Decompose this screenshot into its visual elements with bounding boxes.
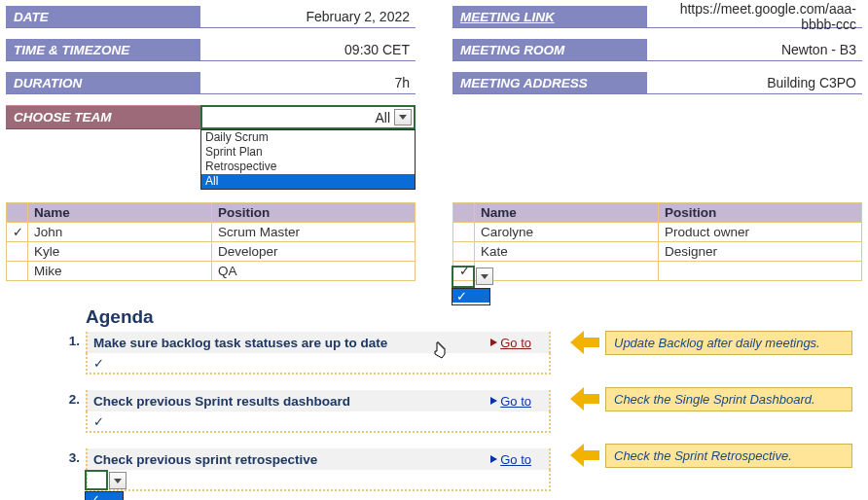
col-check [7,203,28,223]
row-name[interactable]: Kyle [28,242,212,262]
info-row-link: MEETING LINK https://meet.google.com/aaa… [452,6,862,28]
check-dropdown-list[interactable]: ✓ [452,288,490,305]
arrow-left-icon [570,331,584,354]
label-meeting-address: MEETING ADDRESS [452,72,647,93]
col-position: Position [659,203,862,223]
goto-link[interactable]: Go to [490,394,549,409]
table-header-row: Name Position [453,203,862,223]
agenda-item: 3. Check previous sprint retrospective G… [86,448,551,491]
label-time: TIME & TIMEZONE [6,39,200,60]
agenda-check[interactable]: ✓ [86,411,551,433]
info-row-date: DATE February 2, 2022 [6,6,416,28]
row-position[interactable]: QA [212,262,416,281]
col-position: Position [212,203,416,223]
value-meeting-address[interactable]: Building C3PO [647,72,862,93]
goto-label: Go to [500,394,531,409]
arrow-stem [584,338,599,347]
col-name: Name [28,203,212,223]
callout-text: Update Backlog after daily meetings. [605,331,852,355]
row-position[interactable] [659,262,862,281]
row-name[interactable]: Mike [28,262,212,281]
row-name[interactable]: Carolyne [475,223,659,242]
goto-label: Go to [500,452,531,467]
callout-text: Check the Single Sprint Dashboard. [605,387,852,411]
value-meeting-link[interactable]: https://meet.google.com/aaa-bbbb-ccc [647,6,862,27]
goto-link[interactable]: Go to [490,452,549,467]
choose-team-value: All [202,107,394,127]
check-dropdown-list[interactable]: ✓ [85,491,124,500]
table-row[interactable]: ✓ John Scrum Master [7,223,416,242]
choose-option[interactable]: Sprint Plan [201,145,415,160]
check-option-selected[interactable]: ✓ [452,289,489,303]
row-name[interactable]: John [28,223,212,242]
agenda-number: 2. [60,392,84,407]
row-name[interactable] [475,262,659,281]
value-duration[interactable]: 7h [200,72,416,93]
table-row[interactable]: ✓ [453,262,862,281]
chevron-down-icon[interactable] [109,472,127,489]
row-check-selected[interactable]: ✓ [453,262,475,281]
chevron-down-icon[interactable] [394,109,412,125]
row-position[interactable]: Scrum Master [212,223,416,242]
label-choose-team: CHOOSE TEAM [6,105,200,129]
goto-label: Go to [500,336,531,350]
callout-text: Check the Sprint Retrospective. [605,444,852,468]
callout: Check the Sprint Retrospective. [570,443,852,468]
agenda-text: Make sure backlog task statuses are up t… [88,336,490,350]
chevron-down-icon[interactable] [476,268,493,285]
arrow-left-icon [570,444,584,467]
table-row[interactable]: Carolyne Product owner [453,223,862,242]
row-check[interactable]: ✓ [7,223,28,242]
label-meeting-link: MEETING LINK [452,6,647,27]
row-position[interactable]: Developer [212,242,416,262]
agenda-check[interactable]: ✓ [86,353,551,375]
choose-option[interactable]: Daily Scrum [201,130,415,145]
attendee-tables: Name Position ✓ John Scrum Master Kyle D… [6,202,862,281]
row-check[interactable] [7,262,28,281]
arrow-stem [584,450,599,460]
left-attendee-table[interactable]: Name Position ✓ John Scrum Master Kyle D… [6,202,416,281]
choose-option[interactable]: Retrospective [201,160,415,174]
row-position[interactable]: Product owner [659,223,862,242]
arrow-stem [584,394,599,404]
agenda-text: Check previous Sprint results dashboard [88,394,490,409]
agenda-number: 1. [60,334,84,348]
choose-option-selected[interactable]: All [201,174,415,189]
row-check[interactable] [453,242,475,262]
check-option-selected[interactable]: ✓ [86,492,123,500]
row-check[interactable] [453,223,475,242]
info-row-time: TIME & TIMEZONE 09:30 CET [6,39,416,61]
col-check [453,203,475,223]
agenda-title: Agenda [86,306,551,328]
right-attendee-table[interactable]: Name Position Carolyne Product owner Kat… [452,202,862,281]
value-date[interactable]: February 2, 2022 [200,6,416,27]
right-table-wrap: Name Position Carolyne Product owner Kat… [452,202,862,281]
label-meeting-room: MEETING ROOM [452,39,647,60]
play-icon [490,397,497,405]
value-meeting-room[interactable]: Newton - B3 [647,39,862,60]
callout: Check the Single Sprint Dashboard. [570,386,852,411]
row-position[interactable]: Designer [659,242,862,262]
agenda-number: 3. [60,450,84,465]
table-row[interactable]: Kyle Developer [7,242,416,262]
value-time[interactable]: 09:30 CET [200,39,416,60]
label-duration: DURATION [6,72,200,93]
meeting-info-grid: DATE February 2, 2022 TIME & TIMEZONE 09… [6,6,862,140]
table-header-row: Name Position [7,203,416,223]
row-check[interactable] [7,242,28,262]
goto-link[interactable]: Go to [490,336,549,350]
info-row-duration: DURATION 7h [6,72,416,94]
info-row-room: MEETING ROOM Newton - B3 [452,39,862,61]
callout: Update Backlog after daily meetings. [570,330,852,355]
agenda-section: Agenda 1. Make sure backlog task statuse… [6,306,862,491]
row-name[interactable]: Kate [475,242,659,262]
choose-team-select[interactable]: All Daily Scrum Sprint Plan Retrospectiv… [200,105,416,129]
table-row[interactable]: Kate Designer [453,242,862,262]
agenda-item: 2. Check previous Sprint results dashboa… [86,390,551,433]
table-row[interactable]: Mike QA [7,262,416,281]
play-icon [490,455,497,463]
agenda-check-selected[interactable] [86,470,551,491]
agenda-text: Check previous sprint retrospective [88,452,490,467]
play-icon [490,339,497,346]
choose-team-dropdown-list[interactable]: Daily Scrum Sprint Plan Retrospective Al… [200,129,416,190]
